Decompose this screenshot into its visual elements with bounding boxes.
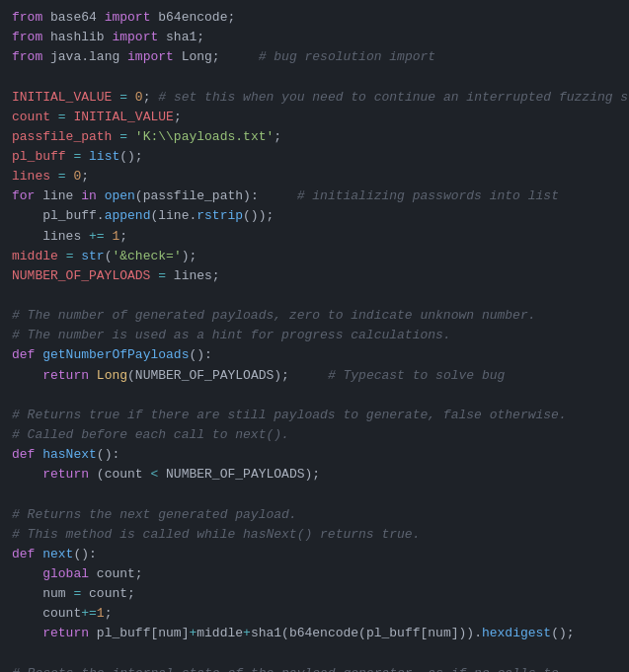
code-line: global count; [12, 564, 617, 584]
code-token-operator: = [158, 268, 166, 283]
code-line: pl_buff.append(line.rstrip()); [12, 206, 617, 226]
code-token-string: 'K:\\payloads.txt' [135, 129, 274, 144]
code-line: # The number is used as a hint for progr… [12, 326, 617, 345]
code-token-func: hexdigest [482, 626, 551, 640]
code-token-plain: (); [551, 626, 574, 640]
code-token-kw-from: from [12, 49, 42, 64]
code-token-plain: sha1(b64encode(pl_buff[num])). [251, 626, 482, 640]
code-token-plain [50, 110, 58, 124]
code-token-var: INITIAL_VALUE [12, 90, 112, 105]
code-line: # Returns true if there are still payloa… [12, 406, 617, 425]
code-token-kw-import: import [105, 10, 151, 25]
code-token-plain [12, 626, 42, 640]
code-line: INITIAL_VALUE = 0; # set this when you n… [12, 88, 617, 108]
code-token-plain: (count [89, 467, 150, 482]
code-token-plain: middle [197, 626, 243, 640]
code-token-comment: # Typecast to solve bug [328, 368, 505, 383]
code-line: def getNumberOfPayloads(): [12, 345, 617, 365]
code-token-plain: line [35, 188, 81, 203]
code-token-plain: count [12, 606, 81, 621]
code-line: def next(): [12, 545, 617, 564]
code-token-func: rstrip [197, 208, 243, 223]
code-token-var: INITIAL_VALUE [73, 110, 173, 124]
code-line: return Long(NUMBER_OF_PAYLOADS); # Typec… [12, 366, 617, 386]
code-line: from base64 import b64encode; [12, 8, 617, 28]
code-token-comment: # Called before each call to next(). [12, 427, 289, 442]
code-token-plain [50, 169, 58, 184]
code-token-kw-import: import [112, 30, 158, 44]
code-token-plain: NUMBER_OF_PAYLOADS); [158, 467, 320, 482]
code-token-plain [127, 90, 135, 105]
code-token-plain: (): [73, 547, 96, 561]
code-line: for line in open(passfile_path): # initi… [12, 187, 617, 206]
code-token-plain: num [12, 586, 73, 601]
code-token-plain: ); [182, 249, 197, 263]
code-line: def hasNext(): [12, 445, 617, 465]
code-line: # This method is called while hasNext() … [12, 525, 617, 545]
code-token-plain [12, 467, 42, 482]
code-token-plain: lines; [166, 268, 220, 283]
code-token-func: append [105, 208, 151, 223]
code-line [12, 644, 617, 664]
code-token-plain: (NUMBER_OF_PAYLOADS); [127, 368, 328, 383]
code-token-plain: (passfile_path): [135, 188, 297, 203]
code-token-plain [81, 149, 89, 164]
code-token-plain [12, 566, 42, 581]
code-token-kw-in: in [81, 188, 97, 203]
code-token-operator: = [58, 110, 66, 124]
code-token-plain: ; [143, 90, 159, 105]
code-line: # Returns the next generated payload. [12, 505, 617, 525]
code-line: pl_buff = list(); [12, 147, 617, 167]
code-token-plain: (): [189, 347, 211, 362]
code-line: # Called before each call to next(). [12, 425, 617, 445]
code-token-type: Long [97, 368, 127, 383]
code-token-plain [58, 249, 66, 263]
code-token-plain: hashlib [42, 30, 112, 44]
code-line: from hashlib import sha1; [12, 28, 617, 47]
code-token-kw-return: return [42, 626, 89, 640]
code-token-plain: Long; [174, 49, 259, 64]
code-token-comment: # Returns true if there are still payloa… [12, 408, 567, 422]
code-token-kw-from: from [12, 10, 42, 25]
code-line [12, 286, 617, 306]
code-token-var: middle [12, 249, 58, 263]
code-token-plain: (); [119, 149, 142, 164]
code-line: num = count; [12, 584, 617, 604]
code-line: # The number of generated payloads, zero… [12, 306, 617, 326]
code-token-kw-import: import [127, 49, 174, 64]
code-token-plain [97, 188, 105, 203]
code-token-operator: = [58, 169, 66, 184]
code-token-operator: = [119, 90, 127, 105]
code-token-func: getNumberOfPayloads [42, 347, 189, 362]
code-token-number: 0 [135, 90, 143, 105]
code-token-comment: # This method is called while hasNext() … [12, 527, 420, 542]
code-token-builtin: open [105, 188, 135, 203]
code-token-kw-def: def [12, 347, 35, 362]
code-token-func: next [42, 547, 73, 561]
code-token-plain: base64 [42, 10, 104, 25]
code-token-kw-return: return [42, 368, 89, 383]
code-token-builtin: list [89, 149, 119, 164]
code-editor: from base64 import b64encode;from hashli… [0, 0, 629, 672]
code-token-plain: ()); [243, 208, 274, 223]
code-token-comment: # The number is used as a hint for progr… [12, 328, 451, 342]
code-line: middle = str('&check='); [12, 247, 617, 266]
code-token-comment: # Resets the internal state of the paylo… [12, 666, 559, 672]
code-token-plain: pl_buff. [12, 208, 105, 223]
code-token-plain: ; [274, 129, 281, 144]
code-token-operator: = [119, 129, 127, 144]
code-token-kw-for: for [12, 188, 35, 203]
code-line: from java.lang import Long; # bug resolu… [12, 47, 617, 67]
code-token-kw-from: from [12, 30, 42, 44]
code-line: NUMBER_OF_PAYLOADS = lines; [12, 266, 617, 286]
code-token-plain: ; [81, 169, 89, 184]
code-token-var: passfile_path [12, 129, 112, 144]
code-token-comment: # initializing passwords into list [297, 188, 559, 203]
code-line [12, 386, 617, 406]
code-token-plain: b64encode; [150, 10, 235, 25]
code-token-number: 1 [97, 606, 105, 621]
code-line [12, 485, 617, 504]
code-line: count = INITIAL_VALUE; [12, 108, 617, 127]
code-token-comment: # The number of generated payloads, zero… [12, 308, 536, 323]
code-token-operator: += [81, 606, 97, 621]
